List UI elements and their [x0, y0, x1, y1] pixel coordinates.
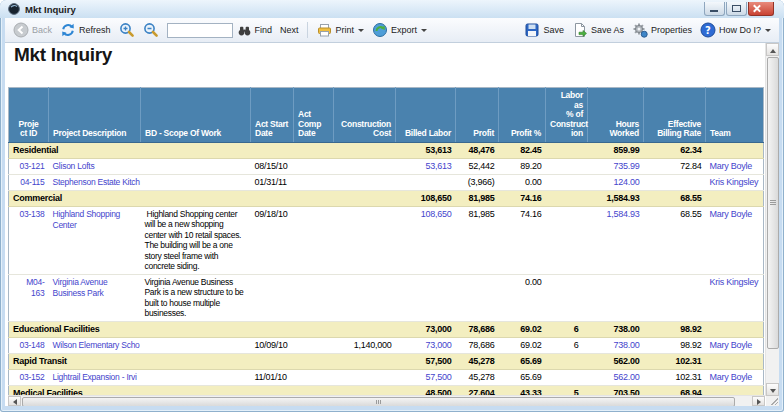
svg-text:?: ? — [705, 25, 711, 36]
cell-billed-labor[interactable]: 108,650 — [396, 206, 456, 274]
zoom-out-button[interactable] — [139, 20, 163, 40]
cell-project-description[interactable]: Highland Shopping Center — [49, 206, 141, 274]
properties-button[interactable]: Properties — [628, 20, 696, 40]
cell-hours-worked[interactable]: 124.00 — [588, 174, 644, 190]
cell-project-id[interactable]: 03-148 — [9, 337, 49, 353]
group-total-profit-pct: 74.16 — [499, 190, 546, 206]
cell-act-start-date: 08/15/10 — [251, 158, 294, 174]
column-header-act-start-date[interactable]: Act Start Date — [251, 88, 294, 143]
horizontal-scrollbar[interactable] — [8, 395, 765, 406]
cell-act-start-date — [251, 274, 294, 321]
cell-billed-labor[interactable]: 53,613 — [396, 158, 456, 174]
refresh-button[interactable]: Refresh — [56, 20, 115, 40]
column-header-act-comp-date[interactable]: Act Comp Date — [294, 88, 334, 143]
arrow-up-icon — [770, 46, 776, 53]
group-total-effective-billing-rate: 62.34 — [644, 142, 706, 158]
find-button[interactable]: Find — [233, 21, 277, 40]
column-header-effective-billing-rate[interactable]: Effective Billing Rate — [644, 88, 706, 143]
project-row: 03-148Wilson Elementary Scho10/09/101,14… — [9, 337, 764, 353]
cell-hours-worked[interactable]: 562.00 — [588, 369, 644, 385]
vertical-scrollbar[interactable] — [765, 43, 779, 396]
zoom-in-icon — [119, 22, 135, 38]
how-do-i-button[interactable]: ? How Do I? — [696, 20, 775, 40]
save-icon — [524, 22, 540, 38]
report-area: Mkt Inquiry Proje ct ID Project Descript… — [5, 43, 779, 406]
cell-profit: 45,278 — [456, 369, 499, 385]
scroll-up-button[interactable] — [766, 43, 779, 56]
column-header-project-description[interactable]: Project Description — [49, 88, 141, 143]
column-header-billed-labor[interactable]: Billed Labor — [396, 88, 456, 143]
cell-project-id[interactable]: 04-115 — [9, 174, 49, 190]
cell-scope-of-work — [141, 174, 251, 190]
help-icon: ? — [700, 22, 716, 38]
column-header-profit[interactable]: Profit — [456, 88, 499, 143]
group-total-labor-pct-of-construction: 6 — [546, 321, 588, 337]
group-total-team — [706, 190, 764, 206]
cell-construction-cost — [334, 369, 396, 385]
group-total-hours-worked: 859.99 — [588, 142, 644, 158]
cell-project-description[interactable]: Lightrail Expansion - Irvi — [49, 369, 141, 385]
save-button[interactable]: Save — [520, 20, 568, 40]
cell-billed-labor — [396, 274, 456, 321]
cell-project-description[interactable]: Virginia Avenue Business Park — [49, 274, 141, 321]
column-header-labor-pct-of-construction[interactable]: Labor as % of Construct ion — [546, 88, 588, 143]
cell-labor-pct-of-construction — [546, 369, 588, 385]
cell-team[interactable]: Mary Boyle — [706, 206, 764, 274]
cell-profit-pct: 0.00 — [499, 274, 546, 321]
scroll-left-button[interactable] — [8, 396, 21, 406]
back-button[interactable]: Back — [9, 20, 56, 40]
scroll-right-button[interactable] — [752, 396, 765, 406]
cell-profit-pct: 74.16 — [499, 206, 546, 274]
column-header-profit-pct[interactable]: Profit % — [499, 88, 546, 143]
arrow-right-icon — [757, 399, 764, 405]
cell-billed-labor[interactable]: 73,000 — [396, 337, 456, 353]
cell-hours-worked[interactable]: 738.00 — [588, 337, 644, 353]
cell-project-id[interactable]: M04- 163 — [9, 274, 49, 321]
cell-effective-billing-rate: 98.92 — [644, 337, 706, 353]
export-dropdown-caret — [421, 29, 427, 35]
group-total-hours-worked: 1,584.93 — [588, 190, 644, 206]
column-header-construction-cost[interactable]: Construction Cost — [334, 88, 396, 143]
cell-team[interactable]: Mary Boyle — [706, 369, 764, 385]
cell-project-id[interactable]: 03-138 — [9, 206, 49, 274]
zoom-in-button[interactable] — [115, 20, 139, 40]
cell-project-description[interactable]: Glison Lofts — [49, 158, 141, 174]
how-do-i-label: How Do I? — [719, 25, 761, 35]
horizontal-scroll-thumb[interactable] — [22, 397, 735, 406]
zoom-out-icon — [143, 22, 159, 38]
vertical-scroll-thumb[interactable] — [767, 57, 779, 349]
group-total-team — [706, 142, 764, 158]
cell-project-description[interactable]: Wilson Elementary Scho — [49, 337, 141, 353]
save-as-button[interactable]: Save As — [568, 20, 628, 40]
column-header-scope-of-work[interactable]: BD - Scope Of Work — [141, 88, 251, 143]
inquiry-table-body: Residential53,61348,47682.45859.9962.340… — [9, 142, 764, 396]
group-name: Rapid Transit — [9, 353, 396, 369]
group-row: Residential53,61348,47682.45859.9962.34 — [9, 142, 764, 158]
close-button[interactable] — [748, 2, 774, 16]
cell-team[interactable]: Kris Kingsley — [706, 274, 764, 321]
column-header-team[interactable]: Team — [706, 88, 764, 143]
cell-project-id[interactable]: 03-121 — [9, 158, 49, 174]
scroll-down-button[interactable] — [766, 383, 779, 396]
cell-team[interactable]: Mary Boyle — [706, 158, 764, 174]
cell-act-comp-date — [294, 274, 334, 321]
cell-hours-worked[interactable]: 1,584.93 — [588, 206, 644, 274]
find-input[interactable] — [167, 23, 233, 38]
cell-labor-pct-of-construction: 6 — [546, 337, 588, 353]
project-row: M04- 163Virginia Avenue Business ParkVir… — [9, 274, 764, 321]
export-button[interactable]: Export — [368, 20, 431, 40]
column-header-hours-worked[interactable]: Hours Worked — [588, 88, 644, 143]
column-header-project-id[interactable]: Proje ct ID — [9, 88, 49, 143]
cell-hours-worked[interactable]: 735.99 — [588, 158, 644, 174]
cell-team[interactable]: Mary Boyle — [706, 337, 764, 353]
export-icon — [372, 22, 388, 38]
cell-act-start-date: 01/31/11 — [251, 174, 294, 190]
cell-team[interactable]: Kris Kingsley — [706, 174, 764, 190]
print-button[interactable]: Print — [312, 20, 369, 40]
next-button[interactable]: Next — [276, 23, 303, 37]
maximize-button[interactable] — [726, 2, 747, 16]
cell-project-id[interactable]: 03-152 — [9, 369, 49, 385]
minimize-button[interactable] — [704, 2, 725, 16]
cell-billed-labor[interactable]: 57,500 — [396, 369, 456, 385]
cell-project-description[interactable]: Stephenson Estate Kitch — [49, 174, 141, 190]
